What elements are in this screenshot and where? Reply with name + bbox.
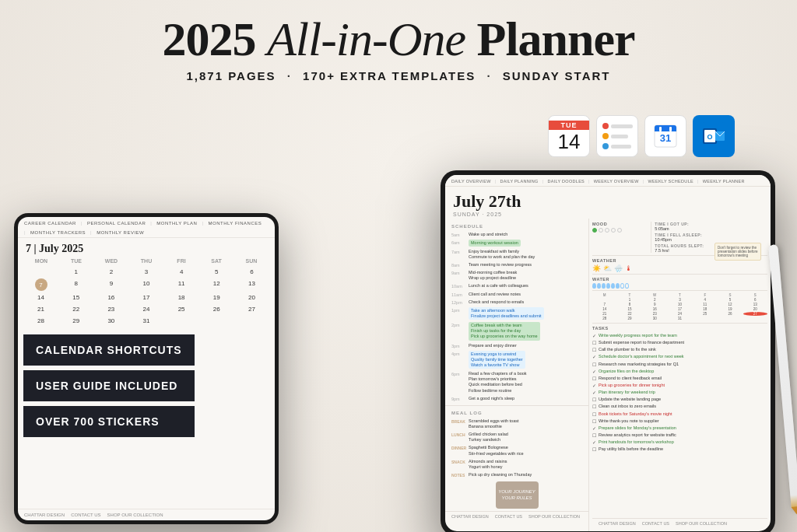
schedule-entry-9am: 9am Mid-morning coffee breakWrap up proj… — [445, 269, 588, 282]
sticky-note: Don't forget to review the presentation … — [714, 243, 761, 261]
cal-nav-personal[interactable]: PERSONAL CALENDAR — [81, 221, 146, 226]
app-icons-row: TUE 14 — [548, 115, 735, 157]
subtitle-pages: 1,871 PAGES — [186, 69, 276, 82]
reminder-lines — [599, 120, 636, 152]
badge-stickers-text: OVER 700 STICKERS — [36, 415, 160, 428]
title-suffix: Planner — [465, 12, 635, 65]
sticker-box: YOUR JOURNEYYOUR RULES — [496, 481, 539, 509]
planner-nav: DAILY OVERVIEW DAILY PLANNING DAILY DOOD… — [445, 175, 771, 187]
schedule-entry-1pm: 1pm Take an afternoon walkFinalize proje… — [445, 306, 588, 320]
feature-badges: CALENDAR SHORTCUTS USER GUIDE INCLUDED O… — [23, 334, 195, 437]
google-calendar-icon[interactable]: 31 — [644, 115, 686, 157]
planner-date: July 27th SUNDAY · 2025 — [445, 187, 771, 219]
page-container: 2025 All-in-One Planner 1,871 PAGES · 17… — [0, 0, 797, 532]
task-13: ☐ Write thank-you note to supplier — [592, 418, 767, 425]
reminders-icon[interactable] — [596, 115, 638, 157]
task-10: ☐ Update the website landing page — [592, 396, 767, 403]
title-year: 2025 — [162, 12, 267, 65]
cal-nav-finances[interactable]: MONTHLY FINANCES — [202, 221, 262, 226]
cal-nav-trackers[interactable]: MONTHLY TRACKERS — [24, 230, 86, 235]
subtitle-start: SUNDAY START — [503, 69, 611, 82]
task-4: ✓ Schedule doctor's appointment for next… — [592, 353, 767, 360]
cal-days-grid: 1 2 3 4 5 6 7 8 9 10 11 12 13 14 — [24, 267, 269, 326]
cal-icon-day: TUE — [549, 121, 589, 130]
dot1: · — [287, 69, 292, 82]
schedule-entry-12pm: 12pm Check and respond to emails — [445, 298, 588, 306]
task-16: ✓ Print handouts for tomorrow's workshop — [592, 439, 767, 446]
water-tracker — [592, 283, 767, 289]
cal-days-header: MON TUE WED THU FRI SAT SUN — [24, 258, 269, 264]
badge-calendar-shortcuts-text: CALENDAR SHORTCUTS — [36, 344, 182, 356]
svg-text:O: O — [707, 133, 712, 141]
planner-footer-left: CHATTAR DESIGN CONTACT US SHOP OUR COLLE… — [445, 511, 588, 521]
badge-stickers: OVER 700 STICKERS — [23, 406, 195, 437]
task-5: ☐ Research new marketing strategies for … — [592, 361, 767, 368]
apple-calendar-icon[interactable]: TUE 14 — [548, 115, 590, 157]
svg-rect-4 — [659, 127, 662, 131]
main-title: 2025 All-in-One Planner — [162, 14, 634, 65]
task-11: ☐ Clean out inbox to zero emails — [592, 403, 767, 410]
title-section: 2025 All-in-One Planner 1,871 PAGES · 17… — [162, 0, 634, 82]
mini-cal-today: 27 — [743, 312, 767, 316]
planner-date-sub: SUNDAY · 2025 — [453, 212, 763, 217]
schedule-entry-2pm: 2pm Coffee break with the teamFinish up … — [445, 321, 588, 341]
schedule-entry-5am: 5am Wake up and stretch — [445, 230, 588, 238]
schedule-entry-3pm: 3pm Prepare and enjoy dinner — [445, 341, 588, 349]
subtitle: 1,871 PAGES · 170+ EXTRA TEMPLATES · SUN… — [162, 69, 634, 82]
today-cell[interactable]: 7 — [35, 278, 47, 291]
task-17: ☐ Pay utility bills before the deadline — [592, 446, 767, 453]
water-title: WATER — [592, 277, 767, 282]
right-tablet: DAILY OVERVIEW DAILY PLANNING DAILY DOOD… — [441, 170, 775, 532]
task-3: ☐ Call the plumber to fix the sink — [592, 346, 767, 353]
planner-footer-right: CHATTAR DESIGN CONTACT US SHOP OUR COLLE… — [592, 518, 767, 528]
schedule-label: SCHEDULE — [445, 222, 588, 230]
planner-date-main: July 27th — [453, 191, 763, 212]
right-tablet-screen: DAILY OVERVIEW DAILY PLANNING DAILY DOOD… — [445, 175, 771, 531]
svg-rect-5 — [669, 127, 672, 131]
mood-dots[interactable] — [592, 228, 648, 233]
badge-user-guide-text: USER GUIDE INCLUDED — [36, 380, 177, 392]
subtitle-templates: 170+ EXTRA TEMPLATES — [303, 69, 476, 82]
cal-nav: CAREER CALENDAR PERSONAL CALENDAR MONTHL… — [18, 217, 275, 238]
mini-calendar: M T W T F S S 1 2 3 4 — [592, 293, 767, 320]
mood-title: MOOD — [592, 222, 648, 226]
schedule-entry-6pm: 6pm Read a few chapters of a bookPlan to… — [445, 370, 588, 395]
tasks-title: TASKS — [592, 326, 767, 331]
main-content: CAREER CALENDAR PERSONAL CALENDAR MONTHL… — [0, 109, 797, 532]
planner-right-col: MOOD TIME I GOT UP: — [589, 219, 771, 531]
planner-left-col: SCHEDULE 5am Wake up and stretch 6am Mor… — [445, 219, 589, 531]
title-italic: All-in-One — [267, 12, 465, 65]
task-9: ✓ Plan itinerary for weekend trip — [592, 389, 767, 396]
meal-log-label: MEAL LOG — [445, 408, 588, 417]
task-1: ✓ Write weekly progress report for the t… — [592, 332, 767, 339]
task-8: ✓ Pick up groceries for dinner tonight — [592, 382, 767, 389]
badge-calendar-shortcuts: CALENDAR SHORTCUTS — [23, 334, 195, 366]
task-15: ☐ Review analytics report for website tr… — [592, 432, 767, 439]
svg-text:31: 31 — [660, 132, 671, 144]
badge-user-guide: USER GUIDE INCLUDED — [23, 370, 195, 401]
cal-icon-date: 14 — [558, 130, 581, 152]
schedule-entry-7am: 7am Enjoy breakfast with familyCommute t… — [445, 247, 588, 261]
planner-body: SCHEDULE 5am Wake up and stretch 6am Mor… — [445, 219, 771, 531]
task-6: ✓ Organize files on the desktop — [592, 368, 767, 375]
schedule-entry-9pm: 9pm Get a good night's sleep — [445, 394, 588, 402]
schedule-entry-8am: 8am Team meeting to review progress — [445, 261, 588, 269]
task-2: ☐ Submit expense report to finance depar… — [592, 339, 767, 346]
cal-footer: CHATTAR DESIGN CONTACT US SHOP OUR COLLE… — [18, 509, 275, 520]
cal-nav-review[interactable]: MONTHLY REVIEW — [90, 230, 144, 235]
schedule-entry-4pm: 4pm Evening yoga to unwindQuality family… — [445, 349, 588, 369]
task-12: ☐ Book tickets for Saturday's movie nigh… — [592, 411, 767, 418]
task-14: ✓ Prepare slides for Monday's presentati… — [592, 425, 767, 432]
cal-date-header: 7 | July 2025 — [18, 238, 275, 258]
tasks-col: TASKS ✓ Write weekly progress report for… — [592, 326, 767, 516]
schedule-entry-6am: 6am Morning workout session — [445, 238, 588, 247]
task-7: ☐ Respond to client feedback email — [592, 375, 767, 382]
schedule-entry-10am: 10am Lunch at a cafe with colleagues — [445, 282, 588, 290]
svg-rect-2 — [655, 129, 676, 131]
schedule-entry-11am: 11am Client call and review notes — [445, 290, 588, 298]
dot2: · — [486, 69, 491, 82]
outlook-icon[interactable]: O — [693, 115, 735, 157]
cal-nav-career[interactable]: CAREER CALENDAR — [24, 221, 76, 226]
cal-nav-monthly[interactable]: MONTHLY PLAN — [150, 221, 197, 226]
